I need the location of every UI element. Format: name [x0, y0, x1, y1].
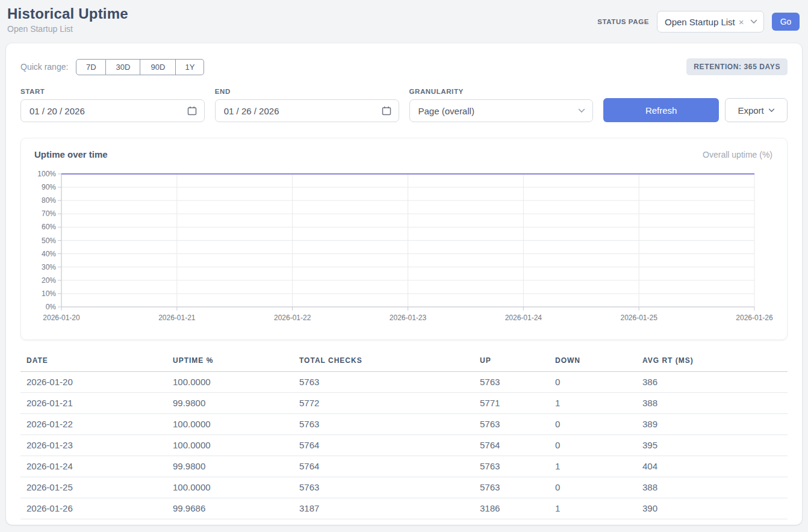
cell-up: 5763: [474, 372, 549, 393]
cell-avg-rt-ms: 390: [636, 498, 788, 519]
chevron-down-icon: [578, 108, 585, 113]
svg-text:2026-01-23: 2026-01-23: [390, 314, 427, 322]
svg-text:60%: 60%: [42, 223, 56, 231]
cell-avg-rt-ms: 404: [636, 456, 788, 477]
quick-range-row: Quick range: 7D30D90D1Y RETENTION: 365 D…: [20, 58, 788, 75]
granularity-value: Page (overall): [418, 106, 474, 116]
start-label: START: [20, 88, 205, 95]
table-row: 2026-01-2699.9686318731861390: [20, 498, 788, 519]
status-page-value: Open Startup List: [665, 17, 735, 27]
uptime-chart-card: Uptime over time Overall uptime (%) 0%10…: [20, 138, 788, 340]
cell-down: 1: [549, 456, 636, 477]
cell-uptime: 99.9686: [167, 498, 293, 519]
svg-text:30%: 30%: [42, 263, 56, 271]
table-row: 2026-01-2199.9800577257711388: [20, 393, 788, 414]
table-row: 2026-01-25100.0000576357630388: [20, 477, 788, 498]
table-row: 2026-01-22100.0000576357630389: [20, 414, 788, 435]
svg-text:2026-01-22: 2026-01-22: [274, 314, 311, 322]
cell-down: 0: [549, 477, 636, 498]
svg-text:90%: 90%: [42, 183, 56, 191]
cell-avg-rt-ms: 386: [636, 372, 788, 393]
svg-text:2026-01-20: 2026-01-20: [43, 314, 80, 322]
topbar: Historical Uptime Open Startup List STAT…: [0, 0, 808, 43]
cell-avg-rt-ms: 388: [636, 393, 788, 414]
cell-up: 3186: [474, 498, 549, 519]
col-uptime: UPTIME %: [167, 353, 293, 372]
calendar-icon[interactable]: [382, 106, 391, 116]
page-subtitle: Open Startup List: [7, 24, 128, 34]
retention-badge: RETENTION: 365 DAYS: [686, 58, 788, 75]
cell-up: 5763: [474, 414, 549, 435]
end-date-input[interactable]: 01 / 26 / 2026: [215, 99, 399, 122]
page-title: Historical Uptime: [7, 5, 128, 22]
svg-text:70%: 70%: [42, 209, 56, 218]
go-button[interactable]: Go: [772, 13, 800, 31]
filter-fields-row: START 01 / 20 / 2026 END 01 / 26 / 2026 …: [20, 88, 788, 122]
refresh-button[interactable]: Refresh: [603, 98, 719, 122]
cell-avg-rt-ms: 389: [636, 414, 788, 435]
quick-range-30d[interactable]: 30D: [106, 59, 140, 75]
chart-legend: Overall uptime (%): [703, 150, 772, 159]
table-body: 2026-01-20100.00005763576303862026-01-21…: [20, 372, 788, 519]
cell-up: 5763: [474, 456, 549, 477]
svg-text:10%: 10%: [42, 289, 56, 298]
col-down: DOWN: [549, 353, 636, 372]
quick-range-90d[interactable]: 90D: [140, 59, 176, 75]
cell-down: 0: [549, 414, 636, 435]
cell-avg-rt-ms: 388: [636, 477, 788, 498]
cell-total-checks: 5763: [293, 477, 474, 498]
granularity-label: GRANULARITY: [409, 88, 594, 95]
cell-down: 0: [549, 435, 636, 456]
quick-range-1y[interactable]: 1Y: [176, 59, 204, 75]
chart-header: Uptime over time Overall uptime (%): [21, 149, 787, 159]
export-label: Export: [738, 105, 763, 116]
export-button[interactable]: Export: [725, 98, 788, 122]
cell-down: 1: [549, 498, 636, 519]
cell-uptime: 99.9800: [167, 393, 293, 414]
granularity-select[interactable]: Page (overall): [409, 99, 594, 122]
table-row: 2026-01-2499.9800576457631404: [20, 456, 788, 477]
svg-text:80%: 80%: [42, 196, 56, 205]
cell-total-checks: 5763: [293, 372, 474, 393]
cell-date: 2026-01-20: [20, 372, 167, 393]
svg-text:50%: 50%: [42, 237, 56, 245]
cell-down: 1: [549, 393, 636, 414]
clear-icon[interactable]: ×: [739, 17, 744, 26]
quick-range-label: Quick range:: [20, 62, 68, 72]
cell-date: 2026-01-26: [20, 498, 167, 519]
cell-total-checks: 5772: [293, 393, 474, 414]
table-header: DATEUPTIME %TOTAL CHECKSUPDOWNAVG RT (MS…: [20, 353, 788, 372]
uptime-table: DATEUPTIME %TOTAL CHECKSUPDOWNAVG RT (MS…: [20, 353, 788, 519]
cell-date: 2026-01-23: [20, 435, 167, 456]
svg-text:2026-01-24: 2026-01-24: [505, 314, 542, 322]
status-page-select[interactable]: Open Startup List ×: [657, 11, 764, 32]
quick-range-7d[interactable]: 7D: [76, 59, 106, 75]
cell-date: 2026-01-22: [20, 414, 167, 435]
table-row: 2026-01-23100.0000576457640395: [20, 435, 788, 456]
cell-uptime: 100.0000: [167, 435, 293, 456]
cell-uptime: 100.0000: [167, 414, 293, 435]
cell-total-checks: 5764: [293, 456, 474, 477]
svg-text:40%: 40%: [42, 250, 56, 258]
cell-up: 5763: [474, 477, 549, 498]
start-date-input[interactable]: 01 / 20 / 2026: [20, 99, 205, 122]
col-total-checks: TOTAL CHECKS: [293, 353, 474, 372]
end-label: END: [215, 88, 399, 95]
cell-total-checks: 3187: [293, 498, 474, 519]
cell-date: 2026-01-24: [20, 456, 167, 477]
chevron-down-icon: [750, 19, 757, 24]
status-page-label: STATUS PAGE: [597, 18, 649, 25]
cell-avg-rt-ms: 395: [636, 435, 788, 456]
cell-date: 2026-01-25: [20, 477, 167, 498]
svg-text:2026-01-26: 2026-01-26: [736, 314, 773, 322]
cell-total-checks: 5763: [293, 414, 474, 435]
cell-uptime: 100.0000: [167, 372, 293, 393]
chart-title: Uptime over time: [34, 149, 108, 159]
svg-text:100%: 100%: [37, 170, 56, 178]
start-date-field: START 01 / 20 / 2026: [20, 88, 205, 122]
table-row: 2026-01-20100.0000576357630386: [20, 372, 788, 393]
end-date-field: END 01 / 26 / 2026: [215, 88, 399, 122]
cell-up: 5764: [474, 435, 549, 456]
calendar-icon[interactable]: [187, 106, 197, 116]
cell-total-checks: 5764: [293, 435, 474, 456]
